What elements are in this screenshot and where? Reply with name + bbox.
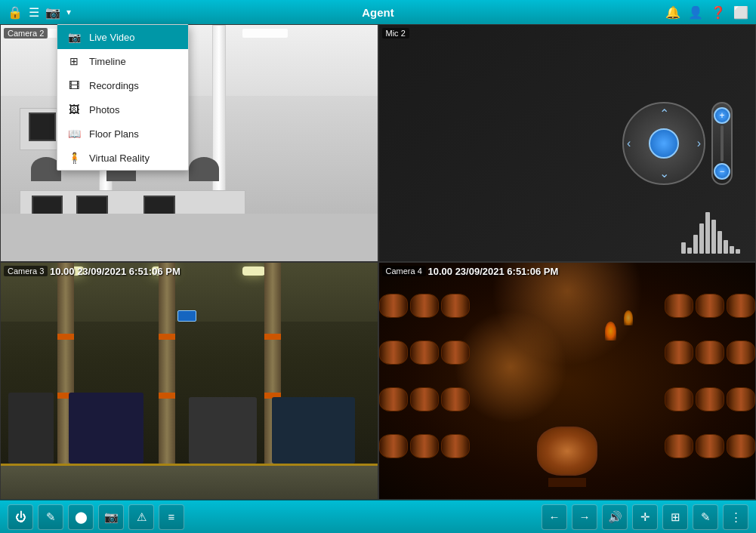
menu-icon[interactable]: ☰ bbox=[29, 5, 39, 20]
wave-bar-5 bbox=[705, 212, 710, 254]
rbarrel-shelf-3 bbox=[613, 380, 755, 418]
grid-view-button[interactable]: ⊞ bbox=[662, 504, 688, 530]
rbarrel-3-1 bbox=[665, 387, 693, 411]
camera3-panel[interactable]: Camera 3 10.00 23/09/2021 6:51:06 PM bbox=[0, 262, 378, 500]
ptz-control: ⌃ ⌄ ‹ › + − bbox=[622, 102, 733, 185]
menu-item-floor-plans[interactable]: 📖 Floor Plans bbox=[57, 122, 188, 146]
barrel-4-3 bbox=[441, 434, 470, 458]
rbarrel-2-1 bbox=[665, 340, 693, 365]
center-barrel bbox=[537, 427, 597, 476]
flame-2 bbox=[624, 310, 633, 325]
ptz-right-arrow[interactable]: › bbox=[697, 137, 701, 150]
rbarrel-2-2 bbox=[696, 340, 724, 365]
volume-button[interactable]: 🔊 bbox=[602, 504, 628, 530]
rbarrel-1-2 bbox=[696, 294, 724, 318]
barrel-1-2 bbox=[410, 294, 439, 318]
menu-item-timeline-label: Timeline bbox=[89, 56, 126, 67]
barrel-2-1 bbox=[379, 340, 408, 365]
barrel-2-3 bbox=[441, 340, 470, 365]
live-video-icon: 📷 bbox=[66, 31, 82, 43]
right-barrel-section bbox=[613, 286, 755, 499]
list-button[interactable]: ≡ bbox=[159, 504, 184, 530]
camera-menu-icon[interactable]: 📷 bbox=[45, 5, 60, 20]
barrel-shelf-4 bbox=[379, 427, 522, 465]
barrel-shelf-1 bbox=[379, 286, 522, 325]
wave-bar-6 bbox=[711, 220, 716, 254]
rbarrel-shelf-2 bbox=[613, 333, 755, 371]
camera3-timestamp: 10.00 23/09/2021 6:51:06 PM bbox=[50, 266, 181, 277]
wave-bar-7 bbox=[717, 231, 722, 254]
lock-icon[interactable]: 🔒 bbox=[8, 5, 23, 20]
back-button[interactable]: ← bbox=[542, 504, 567, 530]
maximize-icon[interactable]: ⬜ bbox=[733, 5, 748, 20]
app-title: Agent bbox=[362, 6, 394, 19]
help-icon[interactable]: ❓ bbox=[711, 5, 726, 20]
camera4-panel[interactable]: Camera 4 10.00 23/09/2021 6:51:06 PM bbox=[378, 262, 757, 500]
audio-waveform bbox=[681, 193, 740, 254]
yellow-line bbox=[1, 464, 378, 466]
menu-item-live-video[interactable]: 📷 Live Video bbox=[57, 25, 188, 49]
menu-item-timeline[interactable]: ⊞ Timeline bbox=[57, 49, 188, 73]
user-icon[interactable]: 👤 bbox=[688, 5, 703, 20]
ptz-down-arrow[interactable]: ⌄ bbox=[659, 166, 669, 180]
ptz-zoom-slider[interactable]: + − bbox=[711, 102, 733, 185]
ptz-zoom-out-button[interactable]: − bbox=[714, 163, 730, 180]
menu-item-recordings-label: Recordings bbox=[89, 80, 139, 91]
camera2-panel[interactable]: ⌃ ⌄ ‹ › + − bbox=[378, 24, 757, 262]
parking-light-3 bbox=[242, 266, 265, 276]
alert-button[interactable]: ⚠ bbox=[128, 504, 154, 530]
ceiling-light-3 bbox=[242, 29, 288, 38]
bottom-bar-left: ⏻ ✎ ⬤ 📷 ⚠ ≡ bbox=[8, 504, 184, 530]
record-button[interactable]: ⬤ bbox=[68, 504, 94, 530]
car-1 bbox=[8, 393, 54, 464]
menu-item-photos[interactable]: 🖼 Photos bbox=[57, 97, 188, 122]
camera4-label: Camera 4 bbox=[382, 266, 426, 276]
parking-floor bbox=[1, 464, 378, 499]
camera-dropdown-arrow[interactable]: ▾ bbox=[66, 7, 71, 17]
camera1-label: Camera 2 bbox=[4, 28, 48, 39]
bottom-bar: ⏻ ✎ ⬤ 📷 ⚠ ≡ ← → 🔊 ✛ ⊞ ✎ ⋮ bbox=[0, 500, 756, 533]
menu-item-floor-plans-label: Floor Plans bbox=[89, 128, 139, 140]
move-button[interactable]: ✛ bbox=[632, 504, 658, 530]
floor-plans-icon: 📖 bbox=[66, 128, 82, 140]
rbarrel-4-1 bbox=[665, 434, 693, 458]
ptz-slider-track bbox=[721, 125, 724, 162]
ptz-up-arrow[interactable]: ⌃ bbox=[659, 106, 669, 121]
flame-1 bbox=[605, 322, 616, 340]
bell-icon[interactable]: 🔔 bbox=[665, 5, 680, 20]
menu-item-photos-label: Photos bbox=[89, 104, 119, 116]
rbarrel-1-3 bbox=[727, 294, 755, 318]
dropdown-menu: 📷 Live Video ⊞ Timeline 🎞 Recordings 🖼 P… bbox=[57, 24, 189, 171]
menu-item-recordings[interactable]: 🎞 Recordings bbox=[57, 73, 188, 97]
timeline-icon: ⊞ bbox=[66, 55, 82, 67]
menu-item-live-video-label: Live Video bbox=[89, 32, 134, 43]
car-2 bbox=[69, 393, 144, 464]
wave-bar-1 bbox=[681, 242, 686, 254]
menu-item-virtual-reality[interactable]: 🧍 Virtual Reality bbox=[57, 146, 188, 170]
barrel-3-3 bbox=[441, 387, 470, 411]
ptz-disc[interactable]: ⌃ ⌄ ‹ › bbox=[622, 102, 705, 185]
edit-button[interactable]: ✎ bbox=[38, 504, 63, 530]
rbarrel-3-2 bbox=[696, 387, 724, 411]
barrel-1-1 bbox=[379, 294, 408, 318]
barrel-4-1 bbox=[379, 434, 408, 458]
forward-button[interactable]: → bbox=[572, 504, 597, 530]
wave-bar-10 bbox=[736, 249, 740, 254]
orange-stripe-3 bbox=[159, 334, 175, 340]
barrel-stand bbox=[548, 478, 586, 487]
more-button[interactable]: ⋮ bbox=[723, 504, 748, 530]
orange-stripe-5 bbox=[264, 334, 281, 340]
ptz-zoom-in-button[interactable]: + bbox=[714, 107, 730, 124]
snapshot-button[interactable]: 📷 bbox=[98, 504, 124, 530]
edit2-button[interactable]: ✎ bbox=[693, 504, 718, 530]
wave-bar-8 bbox=[724, 240, 728, 254]
power-button[interactable]: ⏻ bbox=[8, 504, 33, 530]
ptz-center-button[interactable] bbox=[649, 128, 679, 159]
title-bar: 🔒 ☰ 📷 ▾ Agent 🔔 👤 ❓ ⬜ bbox=[0, 0, 756, 24]
office-floor bbox=[1, 214, 378, 261]
wave-bar-2 bbox=[687, 248, 692, 254]
car-3 bbox=[189, 397, 257, 464]
ptz-left-arrow[interactable]: ‹ bbox=[627, 137, 631, 150]
wave-bar-9 bbox=[730, 246, 734, 254]
orange-stripe-4 bbox=[159, 393, 175, 399]
